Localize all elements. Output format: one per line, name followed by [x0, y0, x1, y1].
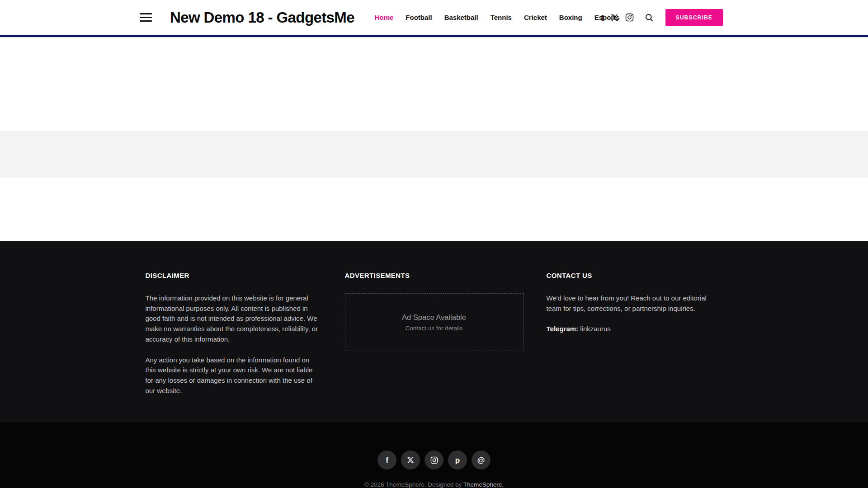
disclaimer-paragraph-2: Any action you take based on the informa…	[146, 355, 322, 396]
x-icon[interactable]	[611, 14, 618, 21]
copyright: © 2026 ThemeSphere. Designed by ThemeSph…	[0, 481, 868, 488]
footer: DISCLAIMER The information provided on t…	[0, 241, 868, 422]
subscribe-button[interactable]: SUBSCRIBE	[665, 9, 723, 26]
footer-advertisements-section: ADVERTISEMENTS Ad Space Available Contac…	[345, 272, 524, 396]
copyright-middle: Designed by	[428, 481, 462, 488]
copyright-text: © 2026 ThemeSphere.	[364, 481, 426, 488]
content-area-top	[0, 37, 868, 131]
telegram-line: Telegram: linkzaurus	[547, 324, 723, 334]
nav-item-cricket[interactable]: Cricket	[524, 14, 547, 21]
facebook-icon[interactable]: f	[377, 450, 396, 469]
page: New Demo 18 - GadgetsMe Home Football Ba…	[0, 0, 868, 488]
menu-button[interactable]	[140, 13, 152, 22]
telegram-value: linkzaurus	[580, 325, 611, 333]
nav-item-football[interactable]: Football	[406, 14, 432, 21]
copyright-link[interactable]: ThemeSphere.	[463, 481, 504, 488]
footer-heading-contact: CONTACT US	[547, 272, 723, 279]
x-icon[interactable]	[401, 450, 420, 469]
instagram-icon[interactable]	[425, 450, 443, 469]
site-header: New Demo 18 - GadgetsMe Home Football Ba…	[0, 0, 868, 37]
ad-space-title: Ad Space Available	[402, 313, 466, 322]
footer-contact-section: CONTACT US We'd love to hear from you! R…	[547, 272, 723, 396]
footer-bottom-bar: f p @ © 2026 ThemeSphere.	[0, 422, 868, 488]
ad-space-box: Ad Space Available Contact us for detail…	[345, 293, 524, 351]
content-area-bottom	[0, 178, 868, 241]
site-title[interactable]: New Demo 18 - GadgetsMe	[170, 9, 354, 26]
instagram-icon[interactable]	[625, 13, 634, 22]
search-icon[interactable]	[645, 13, 654, 22]
ad-space-subtitle: Contact us for details	[406, 325, 463, 332]
hamburger-icon	[140, 13, 152, 14]
nav-item-tennis[interactable]: Tennis	[491, 14, 512, 21]
content-gray-strip	[0, 131, 868, 178]
footer-heading-disclaimer: DISCLAIMER	[146, 272, 322, 279]
contact-text: We'd love to hear from you! Reach out to…	[547, 293, 723, 314]
threads-icon[interactable]: @	[472, 450, 491, 469]
nav-item-boxing[interactable]: Boxing	[559, 14, 582, 21]
nav-item-basketball[interactable]: Basketball	[444, 14, 478, 21]
pinterest-icon[interactable]: p	[448, 450, 467, 469]
nav-item-home[interactable]: Home	[375, 14, 394, 21]
social-links-row: f p @	[0, 450, 868, 469]
telegram-label: Telegram:	[547, 325, 579, 333]
footer-disclaimer-section: DISCLAIMER The information provided on t…	[146, 272, 322, 396]
main-nav: Home Football Basketball Tennis Cricket …	[375, 14, 620, 22]
facebook-icon[interactable]: f	[601, 13, 604, 22]
disclaimer-paragraph-1: The information provided on this website…	[146, 293, 322, 345]
footer-heading-advertisements: ADVERTISEMENTS	[345, 272, 524, 279]
